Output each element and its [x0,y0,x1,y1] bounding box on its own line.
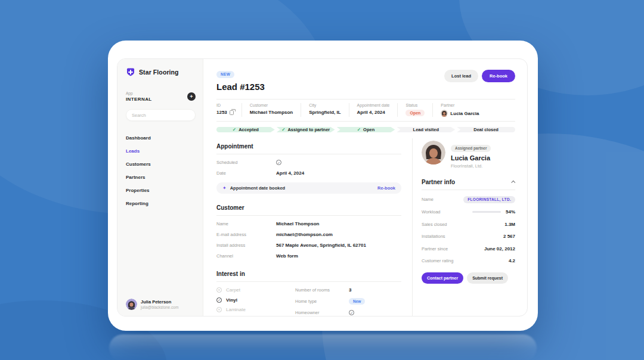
info-cell-id: ID 1253 [216,103,242,117]
banner-text: Appointment date booked [230,185,374,191]
user-name: Julia Peterson [141,299,178,305]
info-cell-partner: Partner Lucia Garcia [432,103,487,117]
sidebar: Star Flooring App INTERNAL Dashboard Lea… [117,59,203,316]
customer-section-title: Customer [216,200,401,216]
rooms-row: Number of rooms 3 [295,287,401,293]
step-assigned-to-partner: Assigned to partner [277,127,335,132]
chevron-up-icon [511,181,515,185]
contact-partner-button[interactable]: Contact partner [422,272,463,284]
partner-field-name: Name FLOORINSTALL, LTD. [422,196,515,203]
partner-header: Assigned partner Lucia Garcia FloorInsta… [422,141,515,169]
check-circle-icon [216,297,222,303]
app-frame: Star Flooring App INTERNAL Dashboard Lea… [117,58,528,316]
interest-options: Carpet Vinyl Laminate Vinyl planks Hybri… [216,283,295,316]
app-window: Star Flooring App INTERNAL Dashboard Lea… [108,41,538,331]
partner-panel: Assigned partner Lucia Garcia FloorInsta… [413,138,515,316]
customer-email-row: E-mail address michael@thompson.com [216,232,401,237]
step-accepted: Accepted [216,127,275,132]
scheduled-row: Scheduled [216,160,401,165]
x-circle-icon [216,307,222,312]
submit-request-button[interactable]: Submit request [467,272,508,284]
app-selector: App INTERNAL [126,91,196,102]
check-icon [357,127,361,132]
user-profile[interactable]: Julia Peterson julia@blackstone.com [126,294,196,310]
partner-field-installations: Installations 2 567 [422,233,515,240]
appointment-booked-banner: Appointment date booked Re-book [216,182,401,194]
brand-name: Star Flooring [139,69,179,76]
brand: Star Flooring [126,67,196,77]
add-app-button[interactable] [187,92,196,101]
sidebar-item-customers[interactable]: Customers [126,162,196,167]
partner-avatar-small [441,110,448,117]
search-box [126,109,196,121]
page-title: Lead #1253 [216,82,265,92]
partner-name-small: Lucia Garcia [450,111,479,116]
partner-info-header[interactable]: Partner info [422,179,515,190]
sidebar-item-dashboard[interactable]: Dashboard [126,135,196,141]
option-carpet[interactable]: Carpet [216,287,295,293]
partner-name: Lucia Garcia [451,154,491,162]
check-icon [281,127,285,132]
lead-progress-steps: Accepted Assigned to partner Open Lead v… [216,127,515,132]
sidebar-item-leads[interactable]: Leads [126,148,196,154]
banner-rebook-link[interactable]: Re-book [377,185,395,191]
step-deal-closed: Deal closed [457,127,515,132]
app-selector-label: App [126,91,187,95]
lead-details-column: Appointment Scheduled Date April 4, 2024… [216,138,413,316]
home-type-badge: New [349,298,365,305]
sidebar-item-properties[interactable]: Properties [126,188,196,193]
sidebar-menu: Dashboard Leads Customers Partners Prope… [126,135,196,294]
sidebar-item-reporting[interactable]: Reporting [126,201,196,206]
lead-id: 1253 [216,110,227,115]
appointment-date-value: April 4, 2024 [357,110,390,115]
date-value: April 4, 2024 [276,170,304,176]
check-circle-icon [276,160,281,165]
partner-field-customer-rating: Customer rating 4.2 [422,257,515,264]
window-reflection [109,334,537,360]
lost-lead-button[interactable]: Lost lead [444,70,478,82]
customer-address-row: Install address 567 Maple Avenue, Spring… [216,243,401,248]
copy-icon[interactable] [230,110,234,115]
info-cell-status: Status Open [397,103,432,117]
city-value: Springfield, IL [309,110,340,115]
user-email: julia@blackstone.com [141,305,178,309]
customer-name-row: Name Michael Thompson [216,221,401,226]
homeowner-row: Homeowner [295,309,401,316]
new-badge: NEW [216,71,234,78]
partner-info-title: Partner info [422,179,455,185]
partner-field-workload: Workload 54% [422,209,515,215]
main-content: NEW Lead #1253 Lost lead Re-book ID 1253… [203,59,527,316]
info-cell-appointment-date: Appointment date April 4, 2024 [349,103,398,117]
option-laminate[interactable]: Laminate [216,307,295,312]
lead-header: NEW Lead #1253 Lost lead Re-book [216,67,515,92]
info-cell-customer: Customer Michael Thompson [242,103,301,117]
x-circle-icon [216,287,222,293]
partner-field-partner-since: Partner since June 02, 2012 [422,246,515,252]
partner-company: FloorInstall, Ltd. [451,163,491,169]
appointment-section-title: Appointment [216,138,401,154]
step-open: Open [337,127,395,132]
check-icon [233,127,236,132]
workload-progress-bar [472,211,501,213]
step-lead-visited: Lead visited [397,127,455,132]
customer-name: Michael Thompson [250,110,293,115]
date-row: Date April 4, 2024 [216,170,401,176]
search-input[interactable] [132,113,190,118]
interest-section-title: Interest in [216,266,401,282]
sparkle-icon [222,185,227,191]
check-circle-icon [349,310,354,315]
lead-info-bar: ID 1253 Customer Michael Thompson City S… [216,99,515,122]
rebook-button[interactable]: Re-book [482,70,515,82]
user-avatar [126,299,137,310]
home-type-row: Home type New [295,298,401,305]
sidebar-item-partners[interactable]: Partners [126,175,196,180]
partner-field-sales-closed: Sales closed 1.3M [422,221,515,228]
option-vinyl[interactable]: Vinyl [216,297,295,303]
assigned-partner-badge: Assigned partner [451,145,491,152]
status-badge: Open [405,110,425,116]
interest-details: Number of rooms 3 Home type New Homeowne… [295,283,401,316]
partner-company-badge: FLOORINSTALL, LTD. [463,196,515,203]
brand-logo-icon [126,67,135,77]
info-cell-city: City Springfield, IL [301,103,348,117]
app-selector-value: INTERNAL [126,97,187,102]
